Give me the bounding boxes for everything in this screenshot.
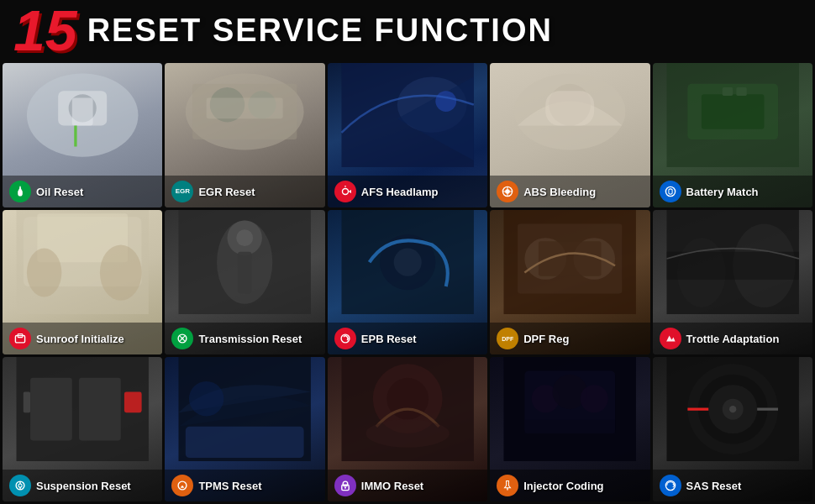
- card-text-immo-reset: IMMO Reset: [361, 480, 423, 492]
- card-icon-immo-reset: [334, 475, 356, 496]
- card-text-battery-match: Battery Match: [686, 186, 759, 198]
- card-egr-reset[interactable]: EGREGR Reset: [165, 63, 324, 207]
- card-epb-reset[interactable]: EPB Reset: [328, 210, 487, 354]
- service-grid: Oil Reset EGREGR Reset AFS Headlamp ABS …: [0, 60, 815, 504]
- svg-point-34: [100, 244, 142, 300]
- svg-point-75: [365, 420, 449, 448]
- card-icon-afs-headlamp: [334, 181, 356, 202]
- page-container: 15 RESET SERVICE FUNCTION Oil Reset EGRE…: [0, 0, 815, 504]
- card-text-suspension-reset: Suspension Reset: [36, 480, 131, 492]
- svg-point-14: [435, 91, 456, 112]
- card-icon-tpms-reset: [171, 475, 193, 496]
- svg-rect-69: [186, 427, 304, 458]
- card-label-afs-headlamp: AFS Headlamp: [328, 176, 487, 207]
- card-text-epb-reset: EPB Reset: [361, 333, 417, 345]
- card-transmission-reset[interactable]: Transmission Reset: [165, 210, 324, 354]
- card-icon-oil-reset: [9, 181, 31, 202]
- card-abs-bleeding[interactable]: ABS Bleeding: [490, 63, 649, 207]
- card-suspension-reset[interactable]: Suspension Reset: [3, 357, 162, 501]
- card-icon-sas-reset: [660, 475, 681, 496]
- card-afs-headlamp[interactable]: AFS Headlamp: [328, 63, 487, 207]
- svg-rect-58: [666, 252, 798, 280]
- card-sas-reset[interactable]: SAS Reset: [653, 357, 812, 501]
- svg-point-83: [581, 385, 608, 412]
- svg-point-92: [729, 406, 736, 412]
- svg-rect-29: [736, 87, 746, 96]
- card-label-sas-reset: SAS Reset: [653, 470, 812, 501]
- svg-rect-36: [15, 336, 24, 343]
- card-text-injector-coding: Injector Coding: [523, 480, 603, 492]
- card-icon-abs-bleeding: [497, 181, 518, 202]
- card-throttle-adaptation[interactable]: Trottle Adaptation: [653, 210, 812, 354]
- card-text-sunroof-initialize: Sunroof Initialize: [36, 333, 124, 345]
- card-icon-epb-reset: [334, 328, 356, 349]
- card-immo-reset[interactable]: IMMO Reset: [328, 357, 487, 501]
- svg-marker-17: [348, 190, 351, 193]
- card-icon-battery-match: [660, 181, 681, 202]
- card-text-egr-reset: EGR Reset: [198, 186, 255, 198]
- card-label-immo-reset: IMMO Reset: [328, 470, 487, 501]
- card-icon-sunroof-initialize: [9, 328, 31, 349]
- card-label-suspension-reset: Suspension Reset: [3, 470, 162, 501]
- svg-rect-27: [702, 94, 765, 129]
- card-text-transmission-reset: Transmission Reset: [198, 333, 302, 345]
- card-text-dpf-reg: DPF Reg: [523, 333, 569, 345]
- card-icon-dpf-reg: DPF: [497, 328, 518, 349]
- svg-rect-28: [722, 87, 732, 96]
- card-label-epb-reset: EPB Reset: [328, 323, 487, 354]
- card-injector-coding[interactable]: Injector Coding: [490, 357, 649, 501]
- card-label-injector-coding: Injector Coding: [490, 470, 649, 501]
- svg-rect-3: [72, 97, 93, 125]
- svg-rect-20: [545, 91, 594, 125]
- card-battery-match[interactable]: Battery Match: [653, 63, 812, 207]
- card-label-battery-match: Battery Match: [653, 176, 812, 207]
- card-label-abs-bleeding: ABS Bleeding: [490, 176, 649, 207]
- card-text-sas-reset: SAS Reset: [686, 480, 742, 492]
- card-text-tpms-reset: TPMS Reset: [198, 480, 261, 492]
- card-label-transmission-reset: Transmission Reset: [165, 323, 324, 354]
- card-label-oil-reset: Oil Reset: [3, 176, 162, 207]
- card-text-afs-headlamp: AFS Headlamp: [361, 186, 439, 198]
- card-text-oil-reset: Oil Reset: [36, 186, 83, 198]
- card-label-egr-reset: EGREGR Reset: [165, 176, 324, 207]
- card-icon-injector-coding: [497, 475, 518, 496]
- svg-point-30: [665, 186, 675, 196]
- svg-point-48: [393, 249, 421, 276]
- card-label-tpms-reset: TPMS Reset: [165, 470, 324, 501]
- svg-point-44: [181, 338, 184, 340]
- svg-point-78: [344, 487, 346, 489]
- card-sunroof-initialize[interactable]: Sunroof Initialize: [3, 210, 162, 354]
- card-label-sunroof-initialize: Sunroof Initialize: [3, 323, 162, 354]
- svg-rect-41: [238, 252, 252, 294]
- svg-point-65: [18, 484, 22, 487]
- svg-rect-5: [19, 186, 20, 189]
- svg-point-70: [189, 381, 223, 416]
- svg-point-15: [342, 189, 348, 195]
- svg-point-42: [237, 229, 254, 246]
- card-tpms-reset[interactable]: TPMS Reset: [165, 357, 324, 501]
- card-icon-egr-reset: EGR: [171, 181, 193, 202]
- card-text-throttle-adaptation: Trottle Adaptation: [686, 333, 780, 345]
- card-label-throttle-adaptation: Trottle Adaptation: [653, 323, 812, 354]
- svg-point-35: [27, 249, 61, 297]
- card-dpf-reg[interactable]: DPFDPF Reg: [490, 210, 649, 354]
- card-icon-transmission-reset: [171, 328, 193, 349]
- svg-rect-61: [79, 378, 121, 441]
- header: 15 RESET SERVICE FUNCTION: [0, 0, 815, 60]
- function-count: 15: [13, 2, 77, 59]
- card-icon-suspension-reset: [9, 475, 31, 496]
- card-label-dpf-reg: DPFDPF Reg: [490, 323, 649, 354]
- page-title: RESET SERVICE FUNCTION: [87, 13, 553, 49]
- card-oil-reset[interactable]: Oil Reset: [3, 63, 162, 207]
- card-icon-throttle-adaptation: [660, 328, 681, 349]
- card-text-abs-bleeding: ABS Bleeding: [523, 186, 596, 198]
- svg-rect-63: [24, 391, 30, 412]
- svg-rect-62: [124, 391, 142, 412]
- svg-rect-10: [207, 97, 283, 118]
- svg-rect-60: [30, 378, 72, 441]
